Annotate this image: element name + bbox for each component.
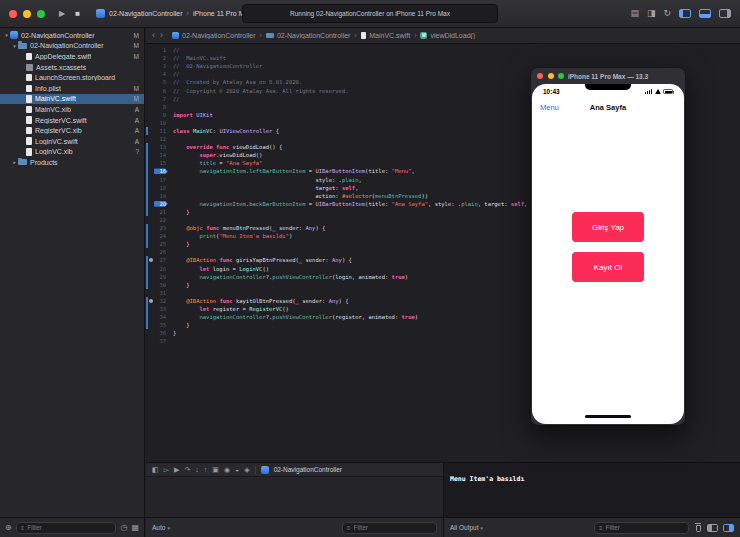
disclosure-icon[interactable]: ▾ bbox=[3, 32, 10, 38]
stop-button[interactable]: ■ bbox=[75, 10, 80, 18]
environment-overrides-icon[interactable]: ◒ bbox=[235, 466, 239, 473]
file-row-launchscreen-storyboard[interactable]: LaunchScreen.storyboard bbox=[0, 72, 144, 83]
line-number[interactable]: 26 bbox=[154, 249, 168, 255]
hide-debug-area-icon[interactable]: ◧ bbox=[152, 466, 159, 473]
close-window-icon[interactable] bbox=[537, 73, 543, 79]
recent-files-icon[interactable]: ◷ bbox=[120, 524, 127, 532]
forward-button[interactable]: › bbox=[160, 31, 163, 40]
file-row-registervc-xib[interactable]: RegisterVC.xibA bbox=[0, 125, 144, 136]
line-number[interactable]: 32 bbox=[154, 298, 168, 304]
console-pane[interactable]: Menu Item'a basıldı All Output ▾ ≡ Filte… bbox=[444, 463, 740, 537]
line-number[interactable]: 27 bbox=[154, 257, 168, 263]
line-number[interactable]: 35 bbox=[154, 322, 168, 328]
zoom-window-icon[interactable] bbox=[558, 73, 564, 79]
sim-button-giri-yap[interactable]: Giriş Yap bbox=[572, 212, 644, 242]
line-number[interactable]: 10 bbox=[154, 120, 168, 126]
variables-scope-button[interactable]: Auto ▾ bbox=[152, 524, 170, 531]
close-window-icon[interactable] bbox=[9, 10, 17, 18]
breakpoints-toggle-icon[interactable]: ▻ bbox=[164, 466, 169, 473]
line-number[interactable]: 24 bbox=[154, 233, 168, 239]
line-number[interactable]: 19 bbox=[154, 193, 168, 199]
line-number[interactable]: 4 bbox=[154, 71, 168, 77]
line-number[interactable]: 29 bbox=[154, 274, 168, 280]
line-number[interactable]: 5 bbox=[154, 79, 168, 85]
line-number[interactable]: 23 bbox=[154, 225, 168, 231]
file-row-mainvc-swift[interactable]: MainVC.swiftM bbox=[0, 94, 144, 105]
back-button[interactable]: ‹ bbox=[152, 31, 155, 40]
view-hierarchy-icon[interactable]: ▣ bbox=[212, 466, 219, 473]
line-number[interactable]: 12 bbox=[154, 136, 168, 142]
file-row-appdelegate-swift[interactable]: AppDelegate.swiftM bbox=[0, 51, 144, 62]
line-number[interactable]: 3 bbox=[154, 63, 168, 69]
breadcrumb-item[interactable]: MainVC.swift bbox=[361, 32, 410, 39]
assistant-editor-icon[interactable]: ◨ bbox=[647, 9, 656, 18]
toggle-navigator-icon[interactable] bbox=[679, 9, 691, 18]
console-scope-button[interactable]: All Output ▾ bbox=[450, 524, 483, 531]
menu-bar-button[interactable]: Menu bbox=[540, 103, 559, 112]
scm-status-filter-icon[interactable]: ▦ bbox=[131, 524, 139, 532]
line-number[interactable]: 22 bbox=[154, 217, 168, 223]
step-out-icon[interactable]: ↑ bbox=[204, 466, 208, 473]
line-number[interactable]: 25 bbox=[154, 241, 168, 247]
scheme-selector[interactable]: 02-NavigationController › iPhone 11 Pro … bbox=[96, 9, 252, 18]
line-number[interactable]: 8 bbox=[154, 104, 168, 110]
version-editor-icon[interactable]: ↻ bbox=[663, 9, 671, 18]
line-number[interactable]: 1 bbox=[154, 47, 168, 53]
file-row-mainvc-xib[interactable]: MainVC.xibA bbox=[0, 104, 144, 115]
navigator-filter-field[interactable]: ≡ Filter bbox=[16, 522, 117, 534]
line-number[interactable]: 13 bbox=[154, 144, 168, 150]
minimize-window-icon[interactable] bbox=[23, 10, 31, 18]
console-filter-field[interactable]: ≡ Filter bbox=[594, 522, 689, 534]
add-file-icon[interactable]: ⊕ bbox=[5, 524, 12, 532]
run-button[interactable]: ▶ bbox=[59, 10, 65, 18]
file-row-registervc-swift[interactable]: RegisterVC.swiftA bbox=[0, 115, 144, 126]
line-number[interactable]: 15 bbox=[154, 160, 168, 166]
line-number[interactable]: 2 bbox=[154, 55, 168, 61]
zoom-window-icon[interactable] bbox=[37, 10, 45, 18]
toggle-console-icon[interactable] bbox=[723, 524, 734, 532]
minimize-window-icon[interactable] bbox=[548, 73, 554, 79]
line-number[interactable]: 9 bbox=[154, 112, 168, 118]
file-row-info-plist[interactable]: Info.plistM bbox=[0, 83, 144, 94]
line-number[interactable]: 36 bbox=[154, 330, 168, 336]
line-number[interactable]: 28 bbox=[154, 266, 168, 272]
continue-icon[interactable]: ▶ bbox=[174, 466, 179, 473]
breakpoint-badge[interactable]: 16 bbox=[154, 168, 168, 174]
breadcrumb-item[interactable]: 02-NavigationController bbox=[172, 32, 256, 39]
memory-graph-icon[interactable]: ◉ bbox=[224, 466, 230, 473]
step-into-icon[interactable]: ↓ bbox=[195, 466, 199, 473]
disclosure-icon[interactable]: ▸ bbox=[11, 159, 18, 165]
file-row-02-navigationcontroller[interactable]: ▾02-NavigationControllerM bbox=[0, 30, 144, 41]
line-number[interactable]: 18 bbox=[154, 185, 168, 191]
clear-console-icon[interactable] bbox=[694, 523, 702, 532]
file-row-products[interactable]: ▸Products bbox=[0, 157, 144, 168]
simulate-location-icon[interactable]: ◈ bbox=[244, 466, 249, 473]
line-number[interactable]: 30 bbox=[154, 282, 168, 288]
variables-view[interactable] bbox=[146, 477, 443, 517]
disclosure-icon[interactable]: ▾ bbox=[11, 43, 18, 49]
line-number[interactable]: 17 bbox=[154, 177, 168, 183]
file-row-loginvc-xib[interactable]: LoginVC.xib? bbox=[0, 147, 144, 158]
toggle-inspectors-icon[interactable] bbox=[719, 9, 731, 18]
line-number[interactable]: 21 bbox=[154, 209, 168, 215]
line-number[interactable]: 31 bbox=[154, 290, 168, 296]
editor-standard-icon[interactable]: ▤ bbox=[630, 9, 639, 18]
variables-filter-field[interactable]: ≡ Filter bbox=[342, 522, 437, 534]
line-number[interactable]: 33 bbox=[154, 306, 168, 312]
line-number[interactable]: 11 bbox=[154, 128, 168, 134]
breadcrumb-item[interactable]: MviewDidLoad() bbox=[420, 32, 475, 39]
file-row-02-navigationcontroller[interactable]: ▾02-NavigationControllerM bbox=[0, 41, 144, 52]
step-over-icon[interactable]: ↷ bbox=[184, 466, 190, 473]
file-row-loginvc-swift[interactable]: LoginVC.swiftA bbox=[0, 136, 144, 147]
toggle-variables-view-icon[interactable] bbox=[707, 524, 718, 532]
file-row-assets-xcassets[interactable]: Assets.xcassets bbox=[0, 62, 144, 73]
simulator-titlebar[interactable]: iPhone 11 Pro Max — 13.3 bbox=[531, 68, 685, 84]
line-number[interactable]: 14 bbox=[154, 152, 168, 158]
sim-button-kay-t-ol[interactable]: Kayıt Ol bbox=[572, 252, 644, 282]
line-number[interactable]: 7 bbox=[154, 96, 168, 102]
home-indicator[interactable] bbox=[585, 415, 631, 419]
line-number[interactable]: 34 bbox=[154, 314, 168, 320]
breakpoint-badge[interactable]: 20 bbox=[154, 201, 168, 207]
line-number[interactable]: 37 bbox=[154, 338, 168, 344]
line-number[interactable]: 6 bbox=[154, 88, 168, 94]
